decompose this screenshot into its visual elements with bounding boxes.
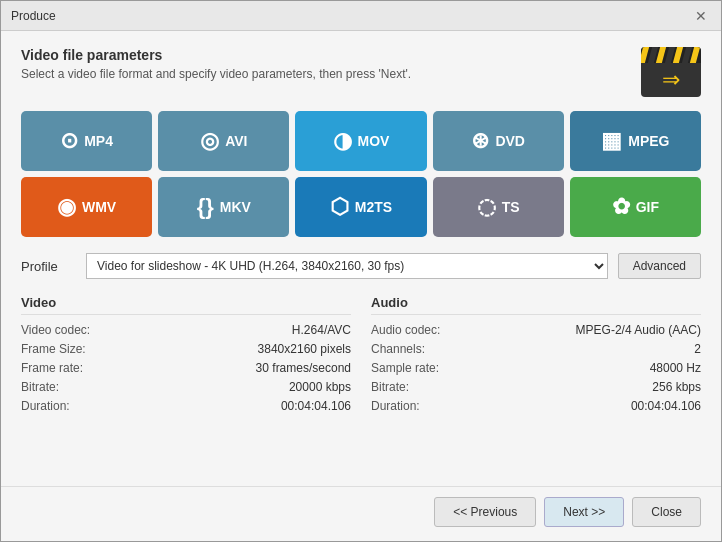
audio-bitrate-value: 256 kbps <box>652 380 701 394</box>
mpeg-label: MPEG <box>628 133 669 149</box>
video-section-title: Video <box>21 295 351 315</box>
audio-channels-row: Channels: 2 <box>371 342 701 356</box>
title-bar: Produce ✕ <box>1 1 721 31</box>
video-duration-row: Duration: 00:04:04.106 <box>21 399 351 413</box>
audio-channels-key: Channels: <box>371 342 425 356</box>
mp4-icon: ⊙ <box>60 130 78 152</box>
audio-section-title: Audio <box>371 295 701 315</box>
video-codec-value: H.264/AVC <box>292 323 351 337</box>
mov-label: MOV <box>358 133 390 149</box>
video-framesize-key: Frame Size: <box>21 342 86 356</box>
format-button-wmv[interactable]: ◉ WMV <box>21 177 152 237</box>
mkv-icon: {} <box>197 196 214 218</box>
audio-bitrate-row: Bitrate: 256 kbps <box>371 380 701 394</box>
video-duration-value: 00:04:04.106 <box>281 399 351 413</box>
dvd-icon: ⊛ <box>471 130 489 152</box>
page-title: Video file parameters <box>21 47 411 63</box>
header-row: Video file parameters Select a video fil… <box>21 47 701 97</box>
video-codec-row: Video codec: H.264/AVC <box>21 323 351 337</box>
video-bitrate-key: Bitrate: <box>21 380 59 394</box>
page-subtitle: Select a video file format and specify v… <box>21 67 411 81</box>
audio-samplerate-row: Sample rate: 48000 Hz <box>371 361 701 375</box>
video-framerate-key: Frame rate: <box>21 361 83 375</box>
m2ts-icon: ⬡ <box>330 196 349 218</box>
format-button-gif[interactable]: ✿ GIF <box>570 177 701 237</box>
header-text: Video file parameters Select a video fil… <box>21 47 411 81</box>
format-button-mov[interactable]: ◑ MOV <box>295 111 426 171</box>
format-grid: ⊙ MP4 ◎ AVI ◑ MOV ⊛ DVD ▦ MPEG ◉ WM <box>21 111 701 237</box>
video-framesize-value: 3840x2160 pixels <box>258 342 351 356</box>
footer: << Previous Next >> Close <box>1 486 721 541</box>
audio-channels-value: 2 <box>694 342 701 356</box>
mkv-label: MKV <box>220 199 251 215</box>
main-content: Video file parameters Select a video fil… <box>1 31 721 486</box>
arrow-right-icon: ⇒ <box>662 67 680 93</box>
format-button-mpeg[interactable]: ▦ MPEG <box>570 111 701 171</box>
video-codec-key: Video codec: <box>21 323 90 337</box>
clapperboard-icon: ⇒ <box>641 47 701 97</box>
audio-codec-row: Audio codec: MPEG-2/4 Audio (AAC) <box>371 323 701 337</box>
format-button-avi[interactable]: ◎ AVI <box>158 111 289 171</box>
audio-codec-key: Audio codec: <box>371 323 440 337</box>
params-row: Video Video codec: H.264/AVC Frame Size:… <box>21 295 701 476</box>
audio-samplerate-key: Sample rate: <box>371 361 439 375</box>
clapper-body: ⇒ <box>641 63 701 97</box>
mpeg-icon: ▦ <box>601 130 622 152</box>
avi-icon: ◎ <box>200 130 219 152</box>
format-button-m2ts[interactable]: ⬡ M2TS <box>295 177 426 237</box>
produce-window: Produce ✕ Video file parameters Select a… <box>0 0 722 542</box>
mp4-label: MP4 <box>84 133 113 149</box>
format-button-mkv[interactable]: {} MKV <box>158 177 289 237</box>
format-button-ts[interactable]: ◌ TS <box>433 177 564 237</box>
gif-label: GIF <box>636 199 659 215</box>
dvd-label: DVD <box>495 133 525 149</box>
ts-icon: ◌ <box>477 196 496 218</box>
format-button-mp4[interactable]: ⊙ MP4 <box>21 111 152 171</box>
advanced-button[interactable]: Advanced <box>618 253 701 279</box>
audio-duration-row: Duration: 00:04:04.106 <box>371 399 701 413</box>
audio-codec-value: MPEG-2/4 Audio (AAC) <box>576 323 701 337</box>
wmv-label: WMV <box>82 199 116 215</box>
video-framerate-row: Frame rate: 30 frames/second <box>21 361 351 375</box>
gif-icon: ✿ <box>612 196 630 218</box>
audio-duration-value: 00:04:04.106 <box>631 399 701 413</box>
avi-label: AVI <box>225 133 247 149</box>
video-duration-key: Duration: <box>21 399 70 413</box>
clapper-top <box>641 47 701 63</box>
video-framerate-value: 30 frames/second <box>256 361 351 375</box>
m2ts-label: M2TS <box>355 199 392 215</box>
window-close-button[interactable]: ✕ <box>691 9 711 23</box>
video-framesize-row: Frame Size: 3840x2160 pixels <box>21 342 351 356</box>
video-params-section: Video Video codec: H.264/AVC Frame Size:… <box>21 295 351 476</box>
audio-duration-key: Duration: <box>371 399 420 413</box>
video-bitrate-row: Bitrate: 20000 kbps <box>21 380 351 394</box>
close-button[interactable]: Close <box>632 497 701 527</box>
format-button-dvd[interactable]: ⊛ DVD <box>433 111 564 171</box>
audio-params-section: Audio Audio codec: MPEG-2/4 Audio (AAC) … <box>371 295 701 476</box>
audio-samplerate-value: 48000 Hz <box>650 361 701 375</box>
audio-bitrate-key: Bitrate: <box>371 380 409 394</box>
window-title: Produce <box>11 9 56 23</box>
mov-icon: ◑ <box>333 130 352 152</box>
next-button[interactable]: Next >> <box>544 497 624 527</box>
profile-row: Profile Video for slideshow - 4K UHD (H.… <box>21 253 701 279</box>
video-bitrate-value: 20000 kbps <box>289 380 351 394</box>
ts-label: TS <box>502 199 520 215</box>
previous-button[interactable]: << Previous <box>434 497 536 527</box>
profile-select[interactable]: Video for slideshow - 4K UHD (H.264, 384… <box>86 253 608 279</box>
wmv-icon: ◉ <box>57 196 76 218</box>
profile-label: Profile <box>21 259 76 274</box>
